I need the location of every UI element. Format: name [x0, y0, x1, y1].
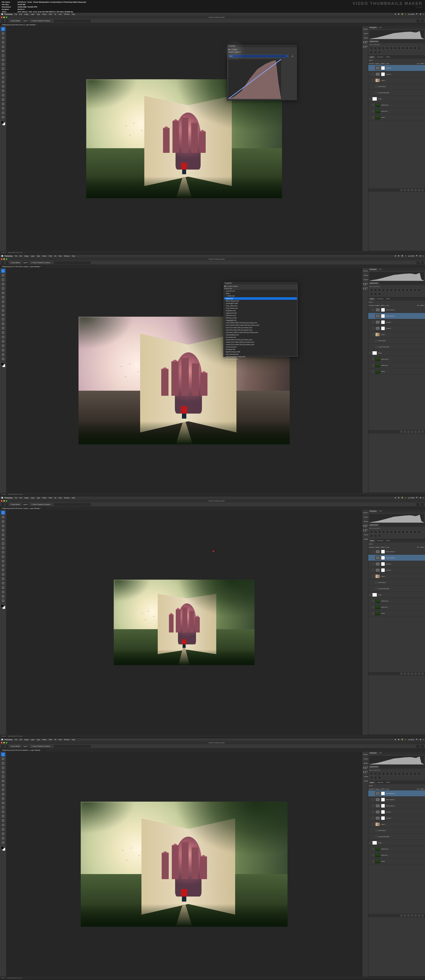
- heal-tool[interactable]: [1, 783, 5, 787]
- share-icon[interactable]: [417, 261, 419, 264]
- marquee-tool[interactable]: [1, 273, 5, 277]
- layer-row[interactable]: Layer 1: [368, 821, 425, 827]
- channels-tab[interactable]: Channels: [376, 298, 385, 301]
- align-icon-5[interactable]: [70, 261, 72, 264]
- lut-option[interactable]: FallColors.look: [224, 314, 297, 317]
- apple-icon[interactable]: [1, 255, 3, 257]
- collapsed-panel-actions[interactable]: Actions: [362, 274, 368, 277]
- adjustment-icon-7[interactable]: [398, 47, 401, 50]
- history-tool[interactable]: [1, 797, 5, 800]
- history-tool[interactable]: [1, 313, 5, 317]
- hand-tool[interactable]: [1, 594, 5, 598]
- align-icon-2[interactable]: [60, 745, 63, 748]
- mask-icon[interactable]: [408, 673, 409, 675]
- fill-value[interactable]: 100% ▾: [420, 63, 424, 64]
- dodge-tool[interactable]: [1, 572, 5, 576]
- collapsed-panel-brushset[interactable]: Brush Set…: [362, 41, 368, 44]
- layer-mask[interactable]: [381, 326, 385, 330]
- frame-tool[interactable]: [1, 49, 5, 53]
- lut-option[interactable]: Bleach Bypass.look: [224, 300, 297, 302]
- layer-row[interactable]: Color Lookup 2: [368, 797, 425, 803]
- layer-row[interactable]: Layer 1: [368, 331, 425, 337]
- layer-row[interactable]: outline tree: [368, 852, 425, 858]
- share-icon[interactable]: [417, 745, 419, 748]
- path-tool[interactable]: [1, 585, 5, 590]
- crop-tool[interactable]: [1, 286, 5, 291]
- zoom-level[interactable]: 66.26%: [1, 252, 6, 253]
- lut-option[interactable]: filmstock_50.3dl: [224, 317, 297, 319]
- align-icon-7[interactable]: [76, 503, 78, 506]
- lut-option[interactable]: Moonlight.3DL: [224, 348, 297, 351]
- collapsed-panel-brushes[interactable]: Brushes: [362, 762, 368, 765]
- layer-mask[interactable]: [381, 804, 385, 808]
- align-icon-10[interactable]: [85, 261, 87, 264]
- notification-icon[interactable]: ≡: [423, 497, 424, 499]
- visibility-toggle[interactable]: [372, 116, 374, 118]
- layer-thumbnail[interactable]: [375, 66, 380, 70]
- show-transform-checkbox[interactable]: ☐ Show Transform Controls: [31, 504, 50, 506]
- layer-thumbnail[interactable]: [375, 562, 380, 566]
- collapsed-panel-actions[interactable]: Actions: [362, 757, 368, 760]
- menubar-icon[interactable]: 🔋: [401, 739, 403, 740]
- menu-filter[interactable]: Filter: [49, 739, 52, 740]
- visibility-toggle[interactable]: [372, 792, 374, 795]
- auto-select-target[interactable]: Layer ▾: [22, 261, 29, 264]
- layer-row[interactable]: outline tree: [368, 362, 425, 368]
- align-icon-6[interactable]: [73, 261, 75, 264]
- align-icon-0[interactable]: [54, 503, 57, 506]
- adjustment-icon-13[interactable]: [370, 776, 373, 779]
- lut-option[interactable]: Crisp_Winter.look: [224, 307, 297, 309]
- adjustment-icon-12[interactable]: [417, 530, 420, 533]
- properties-panel[interactable]: Properties ▣ ▢ Color Lookup ● 3DLUT File…: [223, 282, 298, 357]
- group-icon[interactable]: [414, 673, 417, 675]
- align-icon-4[interactable]: [67, 261, 69, 264]
- menubar-icon[interactable]: ᯤ: [405, 497, 406, 499]
- adjustment-icon-2[interactable]: [378, 47, 381, 50]
- lut-file-row[interactable]: ● 3DLUT File: [224, 288, 297, 289]
- menu-image[interactable]: Image: [24, 13, 29, 15]
- layer-thumbnail[interactable]: [375, 72, 380, 76]
- layer-thumbnail[interactable]: [375, 78, 380, 82]
- heal-tool[interactable]: [1, 541, 5, 546]
- layer-thumbnail[interactable]: [375, 798, 380, 802]
- menu-file[interactable]: File: [15, 739, 17, 740]
- visibility-toggle[interactable]: [372, 854, 374, 856]
- align-icon-8[interactable]: [79, 20, 81, 22]
- layer-row[interactable]: Color Lookup 2: [368, 549, 425, 555]
- menubar-icon[interactable]: ▤: [398, 255, 400, 257]
- align-icon-0[interactable]: [54, 20, 57, 22]
- gradient-tool[interactable]: [1, 80, 5, 84]
- layer-row[interactable]: Curves 2: [368, 561, 425, 567]
- menubar-icon[interactable]: ◐: [395, 13, 396, 15]
- channels-tab[interactable]: Channels: [376, 539, 385, 542]
- eyedrop-tool[interactable]: [1, 54, 5, 57]
- layers-list[interactable]: Color Lookup 2 Color Lookup 1 Curves 2 C…: [368, 549, 425, 672]
- visibility-toggle[interactable]: [375, 581, 377, 584]
- lut-option[interactable]: LateSunset.3DL: [224, 346, 297, 348]
- layer-row[interactable]: Curves 1: [368, 567, 425, 573]
- blur-tool[interactable]: [1, 568, 5, 572]
- visibility-toggle[interactable]: [372, 823, 374, 826]
- align-icon-9[interactable]: [82, 503, 84, 506]
- histogram-tab[interactable]: Histogram: [368, 752, 378, 755]
- channel-select[interactable]: Blue▾: [228, 55, 289, 58]
- visibility-toggle[interactable]: [372, 358, 374, 360]
- zoom-level[interactable]: 83.3%: [1, 977, 5, 979]
- menu-layer[interactable]: Layer: [30, 13, 35, 15]
- lut-option[interactable]: Kodak 5205 Fuji 3510 (by Adobe).cube: [224, 339, 297, 341]
- kind-filter[interactable]: Kind ▾: [369, 543, 373, 545]
- align-icon-7[interactable]: [76, 745, 78, 748]
- layer-row[interactable]: Group: [368, 592, 425, 598]
- lut-option[interactable]: Fuji F125 Kodak 2393 (by Adobe).cube: [224, 326, 297, 329]
- layer-mask[interactable]: [381, 568, 385, 572]
- blur-tool[interactable]: [1, 326, 5, 330]
- menu-3d[interactable]: 3D: [54, 497, 56, 499]
- stamp-tool[interactable]: [1, 550, 5, 554]
- adjustment-icon[interactable]: [411, 914, 413, 916]
- collapsed-panel-paragraph[interactable]: Paragraph: [362, 780, 368, 783]
- menu-layer[interactable]: Layer: [30, 255, 35, 257]
- adjustment-icon[interactable]: [411, 673, 413, 675]
- document-tab[interactable]: TheBook.psd @ 71.5% (Color Lookup 1, Lay…: [0, 265, 45, 268]
- marquee-tool[interactable]: [1, 515, 5, 519]
- layer-thumbnail[interactable]: [375, 115, 380, 119]
